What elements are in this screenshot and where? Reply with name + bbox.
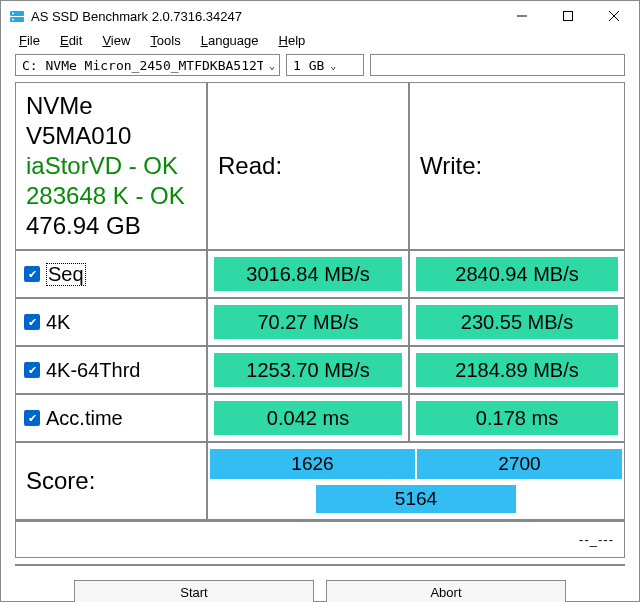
label-4k: 4K xyxy=(46,311,70,334)
titlebar: AS SSD Benchmark 2.0.7316.34247 xyxy=(1,1,639,31)
drive-select[interactable]: C: NVMe Micron_2450_MTFDKBA512TFK ⌄ xyxy=(15,54,280,76)
menu-edit[interactable]: Edit xyxy=(60,33,82,48)
info-align: 283648 K - OK xyxy=(26,181,185,211)
svg-point-2 xyxy=(12,13,14,15)
results-panel: NVMe V5MA010 iaStorVD - OK 283648 K - OK… xyxy=(15,82,625,558)
4k64-write: 2184.89 MB/s xyxy=(416,353,618,387)
close-button[interactable] xyxy=(591,1,637,31)
svg-point-3 xyxy=(12,19,14,21)
row-acc: ✔ Acc.time 0.042 ms 0.178 ms xyxy=(16,395,624,443)
text-field[interactable] xyxy=(370,54,625,76)
label-seq: Seq xyxy=(46,263,86,286)
button-row: Start Abort xyxy=(1,572,639,602)
start-button[interactable]: Start xyxy=(74,580,314,602)
info-driver: iaStorVD - OK xyxy=(26,151,178,181)
svg-rect-5 xyxy=(564,12,573,21)
compress-pattern: --_--- xyxy=(579,532,614,547)
score-total: 5164 xyxy=(316,485,516,513)
chevron-down-icon: ⌄ xyxy=(269,60,275,71)
checkbox-acc[interactable]: ✔ xyxy=(24,410,40,426)
score-read: 1626 xyxy=(210,449,415,479)
menubar: File Edit View Tools Language Help xyxy=(1,31,639,52)
seq-read: 3016.84 MB/s xyxy=(214,257,402,291)
info-name: NVMe xyxy=(26,91,93,121)
4k-read: 70.27 MB/s xyxy=(214,305,402,339)
score-write: 2700 xyxy=(417,449,622,479)
header-write: Write: xyxy=(410,83,624,249)
info-fw: V5MA010 xyxy=(26,121,131,151)
seq-write: 2840.94 MB/s xyxy=(416,257,618,291)
app-icon xyxy=(9,8,25,24)
row-4k64: ✔ 4K-64Thrd 1253.70 MB/s 2184.89 MB/s xyxy=(16,347,624,395)
size-select-value: 1 GB xyxy=(293,58,324,73)
label-4k64: 4K-64Thrd xyxy=(46,359,141,382)
checkbox-4k[interactable]: ✔ xyxy=(24,314,40,330)
4k64-read: 1253.70 MB/s xyxy=(214,353,402,387)
size-select[interactable]: 1 GB ⌄ xyxy=(286,54,364,76)
menu-view[interactable]: View xyxy=(102,33,130,48)
score-body: 1626 2700 5164 xyxy=(208,443,624,519)
header-row: NVMe V5MA010 iaStorVD - OK 283648 K - OK… xyxy=(16,83,624,251)
progress-bar xyxy=(15,564,625,566)
menu-help[interactable]: Help xyxy=(279,33,306,48)
4k-write: 230.55 MB/s xyxy=(416,305,618,339)
window-title: AS SSD Benchmark 2.0.7316.34247 xyxy=(31,9,499,24)
compress-row: --_--- xyxy=(16,521,624,557)
chevron-down-icon: ⌄ xyxy=(330,60,336,71)
score-label: Score: xyxy=(16,443,208,519)
checkbox-seq[interactable]: ✔ xyxy=(24,266,40,282)
drive-info: NVMe V5MA010 iaStorVD - OK 283648 K - OK… xyxy=(16,83,208,249)
drive-select-value: C: NVMe Micron_2450_MTFDKBA512TFK xyxy=(22,58,263,73)
menu-file[interactable]: File xyxy=(19,33,40,48)
header-read: Read: xyxy=(208,83,410,249)
maximize-button[interactable] xyxy=(545,1,591,31)
toolbar: C: NVMe Micron_2450_MTFDKBA512TFK ⌄ 1 GB… xyxy=(1,52,639,82)
info-size: 476.94 GB xyxy=(26,211,141,241)
minimize-button[interactable] xyxy=(499,1,545,31)
abort-button[interactable]: Abort xyxy=(326,580,566,602)
checkbox-4k64[interactable]: ✔ xyxy=(24,362,40,378)
row-score: Score: 1626 2700 5164 xyxy=(16,443,624,521)
menu-tools[interactable]: Tools xyxy=(150,33,180,48)
menu-language[interactable]: Language xyxy=(201,33,259,48)
acc-write: 0.178 ms xyxy=(416,401,618,435)
row-seq: ✔ Seq 3016.84 MB/s 2840.94 MB/s xyxy=(16,251,624,299)
row-4k: ✔ 4K 70.27 MB/s 230.55 MB/s xyxy=(16,299,624,347)
label-acc: Acc.time xyxy=(46,407,123,430)
acc-read: 0.042 ms xyxy=(214,401,402,435)
app-window: AS SSD Benchmark 2.0.7316.34247 File Edi… xyxy=(0,0,640,602)
